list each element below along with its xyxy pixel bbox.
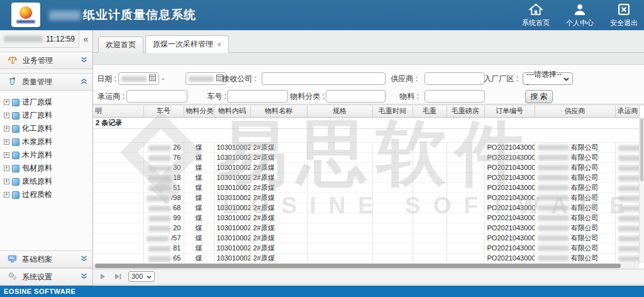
table-row[interactable]: /57 煤 103010002 2#原煤 PO202104300037 有限公司 xyxy=(93,233,639,243)
tree-item-label: 化工原料 xyxy=(22,123,52,134)
material-name-cell: 2#原煤 xyxy=(250,172,307,182)
supplier-cell: 有限公司 xyxy=(535,162,615,172)
column-header[interactable]: 毛重时间 xyxy=(372,106,413,117)
nav-home[interactable]: 系统首页 xyxy=(522,3,550,28)
column-header[interactable]: 供应商 xyxy=(535,106,615,117)
clock-time: 11:12:59 xyxy=(46,35,75,43)
recv-company-input[interactable] xyxy=(262,72,386,85)
tree-node-icon xyxy=(12,138,19,146)
last-page-button[interactable] xyxy=(113,272,122,281)
material-code-cell: 103010002 xyxy=(214,233,250,243)
nav-profile[interactable]: 个人中心 xyxy=(566,3,594,28)
carrier-redacted xyxy=(618,236,640,242)
table-row[interactable]: 68 煤 103010002 2#原煤 PO202104300037 有限公司 xyxy=(93,203,639,213)
expand-plus-icon[interactable]: + xyxy=(4,165,9,171)
date-from-input[interactable] xyxy=(118,72,159,85)
tab-welcome[interactable]: 欢迎首页 xyxy=(98,36,143,53)
expand-plus-icon[interactable]: + xyxy=(4,113,9,118)
column-header[interactable]: 毛重磅房 xyxy=(447,106,484,117)
column-header[interactable]: 车号 xyxy=(143,106,184,117)
tree-item[interactable]: + 木浆原料 xyxy=(3,135,92,148)
spec-cell xyxy=(307,142,372,152)
sidebar-section-archives[interactable]: 基础档案 xyxy=(0,250,92,268)
table-row[interactable]: 18 煤 103010002 2#原煤 PO202104300037 有限公司 xyxy=(93,172,639,182)
material-input[interactable] xyxy=(425,90,485,103)
vehicle-input[interactable] xyxy=(227,90,288,103)
chevron-double-up-icon xyxy=(80,77,87,86)
expand-plus-icon[interactable]: + xyxy=(4,126,9,132)
nav-logout[interactable]: 安全退出 xyxy=(610,3,638,28)
gross-weight-cell xyxy=(413,203,447,213)
carrier-redacted xyxy=(618,246,640,252)
material-cat-input[interactable] xyxy=(326,90,386,103)
weighbridge-cell xyxy=(447,182,484,193)
supplier-cell: 有限公司 xyxy=(535,223,615,233)
column-header[interactable]: 物料分类 xyxy=(184,106,214,117)
material-name-cell: 2#原煤 xyxy=(250,182,307,193)
tree-item[interactable]: + 过程质检 xyxy=(3,188,92,201)
column-header[interactable]: 订单编号 xyxy=(484,106,535,117)
column-header[interactable]: 明 xyxy=(93,106,143,117)
scales-icon xyxy=(8,55,18,66)
tab-close-icon[interactable]: × xyxy=(217,41,221,48)
table-row[interactable]: 81 煤 103010002 2#原煤 PO202104300037 有限公司 xyxy=(93,243,639,253)
tree-item[interactable]: + 废纸原料 xyxy=(3,175,92,188)
table-row[interactable]: 30 煤 103010002 2#原煤 PO202104300037 有限公司 xyxy=(93,162,639,172)
table-row[interactable]: 76 煤 103010002 2#原煤 PO202104300037 有限公司 xyxy=(93,152,639,162)
order-no-cell: PO202104300037 xyxy=(484,152,535,162)
spec-cell xyxy=(307,203,372,213)
sidebar-collapse-button[interactable]: « xyxy=(79,30,92,48)
tab-raw-coal-sampling[interactable]: 原煤一次采样管理 × xyxy=(145,35,229,53)
area-select[interactable]: ---请选择--- xyxy=(523,72,573,85)
table-row[interactable]: 20 煤 103010002 2#原煤 PO202104300037 有限公司 xyxy=(93,223,639,233)
order-no-cell: PO202104300037 xyxy=(484,203,535,213)
spec-cell xyxy=(307,213,372,223)
table-row[interactable]: 65 煤 103010002 2#原煤 PO202104300037 有限公司 xyxy=(93,253,639,263)
tree-item[interactable]: + 进厂原煤 xyxy=(3,96,92,109)
weighbridge-cell xyxy=(447,172,484,182)
table-row[interactable]: 26 煤 103010002 2#原煤 PO202104300037 有限公司 xyxy=(93,142,639,152)
horizontal-scrollbar[interactable] xyxy=(93,263,639,269)
column-header[interactable]: 承运商 xyxy=(615,106,639,117)
horizontal-scrollbar-thumb[interactable] xyxy=(95,264,621,268)
tree-item[interactable]: + 进厂原料 xyxy=(3,109,92,122)
calendar-icon[interactable] xyxy=(149,74,156,83)
expand-plus-icon[interactable]: + xyxy=(4,139,9,145)
sidebar-section-label: 基础档案 xyxy=(22,254,75,265)
carrier-cell xyxy=(615,203,639,213)
sidebar-section-settings[interactable]: 系统设置 xyxy=(0,268,92,286)
vertical-scrollbar[interactable] xyxy=(639,117,644,263)
gross-time-cell xyxy=(372,203,413,213)
column-header[interactable]: 物料内码 xyxy=(214,106,250,117)
page-title: 纸业计质量信息系统 xyxy=(83,7,196,23)
expand-plus-icon[interactable]: + xyxy=(4,152,9,158)
tree-item[interactable]: + 化工原料 xyxy=(3,122,92,135)
supplier-input[interactable] xyxy=(425,72,485,85)
chevron-double-down-icon xyxy=(80,255,87,264)
gross-weight-cell xyxy=(413,142,447,152)
desc-cell xyxy=(93,172,143,182)
gross-weight-cell xyxy=(413,193,447,203)
next-page-button[interactable] xyxy=(98,272,107,281)
expand-plus-icon[interactable]: + xyxy=(4,179,9,184)
tree-item[interactable]: + 木片原料 xyxy=(3,148,92,162)
expand-plus-icon[interactable]: + xyxy=(4,99,9,105)
carrier-input[interactable] xyxy=(126,90,187,103)
column-header[interactable]: 物料名称 xyxy=(250,106,307,117)
order-no-cell: PO202104300037 xyxy=(484,162,535,172)
tree-node-icon xyxy=(12,191,19,199)
vertical-scrollbar-thumb[interactable] xyxy=(640,118,643,181)
sidebar-section-business[interactable]: 业务管理 xyxy=(0,52,92,69)
supplier-cell: 有限公司 xyxy=(535,213,615,223)
column-header[interactable]: 毛重 xyxy=(413,106,447,117)
search-button[interactable]: 搜 索 xyxy=(525,90,553,103)
table-row[interactable]: 51 煤 103010002 2#原煤 PO202104300037 有限公司 xyxy=(93,182,639,193)
column-header[interactable]: 规格 xyxy=(307,106,372,117)
expand-plus-icon[interactable]: + xyxy=(4,192,9,198)
page-size-select[interactable]: 300 xyxy=(128,271,155,282)
table-row[interactable]: /98 煤 103010002 2#原煤 PO202104300037 有限公司 xyxy=(93,193,639,203)
weighbridge-cell xyxy=(447,203,484,213)
sidebar-section-quality[interactable]: 质量管理 xyxy=(0,73,92,91)
tree-item[interactable]: + 包材原料 xyxy=(3,162,92,175)
table-row[interactable]: 99 煤 103010002 2#原煤 PO202104300037 有限公司 xyxy=(93,213,639,223)
